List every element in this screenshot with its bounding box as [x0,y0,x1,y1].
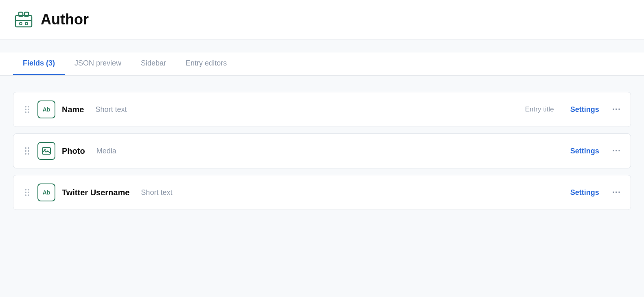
field-type-icon-name: Ab [37,100,55,118]
tabs-bar: Fields (3) JSON preview Sidebar Entry ed… [0,52,644,76]
tab-json-preview[interactable]: JSON preview [65,52,131,75]
tab-entry-editors[interactable]: Entry editors [176,52,237,75]
settings-link-twitter[interactable]: Settings [570,188,599,197]
field-type-icon-photo [37,142,55,160]
svg-rect-0 [15,15,32,27]
settings-link-name[interactable]: Settings [570,105,599,114]
settings-link-photo[interactable]: Settings [570,147,599,155]
drag-handle[interactable] [23,187,31,198]
tab-sidebar[interactable]: Sidebar [131,52,176,75]
field-type-name: Short text [95,105,127,114]
drag-handle[interactable] [23,104,31,115]
field-row-name: Ab Name Short text Entry title Settings … [13,92,631,127]
field-name-photo: Photo [62,146,85,156]
svg-point-5 [25,22,28,25]
field-name-name: Name [62,105,84,114]
tab-fields[interactable]: Fields (3) [13,52,65,75]
svg-point-4 [20,22,22,25]
field-row-photo: Photo Media Settings ··· [13,133,631,168]
field-type-photo: Media [96,147,116,155]
field-type-icon-twitter: Ab [37,183,55,201]
field-row-twitter: Ab Twitter Username Short text Settings … [13,175,631,210]
more-menu-photo[interactable]: ··· [612,146,621,156]
entry-title-badge: Entry title [525,105,554,114]
more-menu-twitter[interactable]: ··· [612,187,621,198]
field-type-twitter: Short text [141,188,172,197]
header: Author [0,0,644,39]
svg-point-7 [44,149,46,151]
more-menu-name[interactable]: ··· [612,104,621,115]
page-title: Author [41,11,89,28]
drag-handle[interactable] [23,146,31,156]
app-icon [13,8,34,31]
field-name-twitter: Twitter Username [62,188,129,197]
fields-content: Ab Name Short text Entry title Settings … [0,76,644,226]
